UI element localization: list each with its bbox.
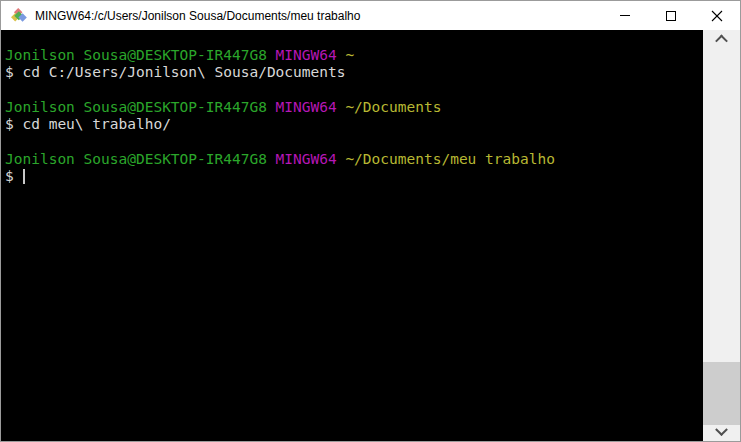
prompt-path: ~ <box>345 47 354 63</box>
terminal-command-line: $ cd meu\ trabalho/ <box>5 116 703 133</box>
prompt-user-host: Jonilson Sousa@DESKTOP-IR447G8 <box>5 151 267 167</box>
maximize-icon <box>666 11 676 21</box>
prompt-user-host: Jonilson Sousa@DESKTOP-IR447G8 <box>5 47 267 63</box>
terminal-input-line: $ <box>5 168 703 185</box>
minimize-icon <box>620 15 630 16</box>
terminal-body: Jonilson Sousa@DESKTOP-IR447G8MINGW64~ $… <box>1 30 740 441</box>
window-controls <box>602 1 740 30</box>
command-text: $ cd C:/Users/Jonilson\ Sousa/Documents <box>5 64 345 80</box>
terminal-output[interactable]: Jonilson Sousa@DESKTOP-IR447G8MINGW64~ $… <box>1 30 703 441</box>
terminal-command-line: $ cd C:/Users/Jonilson\ Sousa/Documents <box>5 64 703 81</box>
scroll-down-button[interactable] <box>703 423 740 441</box>
prompt-dollar: $ <box>5 168 22 184</box>
maximize-button[interactable] <box>648 1 694 30</box>
prompt-mingw: MINGW64 <box>276 47 337 63</box>
terminal-window: MINGW64:/c/Users/Jonilson Sousa/Document… <box>0 0 741 442</box>
scroll-up-button[interactable] <box>703 30 740 48</box>
close-button[interactable] <box>694 1 740 30</box>
prompt-path: ~/Documents/meu trabalho <box>345 151 555 167</box>
titlebar[interactable]: MINGW64:/c/Users/Jonilson Sousa/Document… <box>1 1 740 30</box>
chevron-up-icon <box>715 34 728 47</box>
prompt-mingw: MINGW64 <box>276 99 337 115</box>
minimize-button[interactable] <box>602 1 648 30</box>
prompt-mingw: MINGW64 <box>276 151 337 167</box>
prompt-path: ~/Documents <box>345 99 441 115</box>
chevron-down-icon <box>715 423 728 436</box>
window-title: MINGW64:/c/Users/Jonilson Sousa/Document… <box>35 9 602 23</box>
command-text: $ cd meu\ trabalho/ <box>5 116 171 132</box>
terminal-prompt-line: Jonilson Sousa@DESKTOP-IR447G8MINGW64~/D… <box>5 99 703 116</box>
terminal-blank-line <box>5 82 703 99</box>
scrollbar[interactable] <box>703 30 740 441</box>
scrollbar-thumb[interactable] <box>703 362 740 425</box>
terminal-blank-line <box>5 133 703 150</box>
terminal-prompt-line: Jonilson Sousa@DESKTOP-IR447G8MINGW64~ <box>5 47 703 64</box>
prompt-user-host: Jonilson Sousa@DESKTOP-IR447G8 <box>5 99 267 115</box>
close-icon <box>711 10 723 22</box>
git-bash-app-icon[interactable] <box>11 8 27 24</box>
terminal-prompt-line: Jonilson Sousa@DESKTOP-IR447G8MINGW64~/D… <box>5 151 703 168</box>
terminal-cursor <box>23 169 25 184</box>
